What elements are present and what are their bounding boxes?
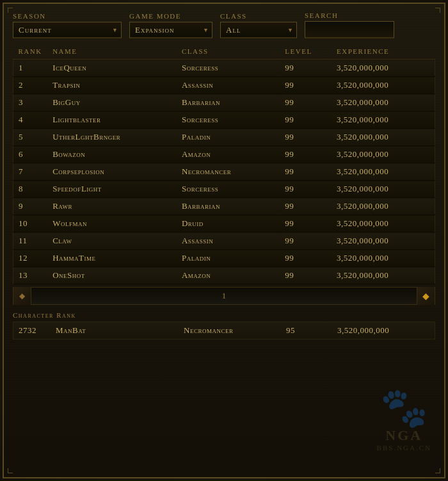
cell-level: 99 — [280, 163, 332, 181]
cell-level: 99 — [280, 250, 332, 267]
cell-level: 99 — [280, 267, 332, 284]
cell-class: Paladin — [177, 250, 280, 267]
cell-experience: 3,520,000,000 — [332, 250, 435, 267]
page-indicator: 1 — [222, 291, 227, 301]
cell-name: Rawr — [47, 198, 177, 215]
season-filter-group: Season Current Season 1 Season 2 Non-Sea… — [13, 12, 122, 38]
cell-experience: 3,520,000,000 — [332, 146, 435, 163]
cell-name: Trapsin — [47, 77, 177, 94]
cell-class: Assassin — [177, 77, 280, 94]
mode-select[interactable]: Expansion Classic Hardcore — [129, 22, 212, 38]
cell-class: Barbarian — [177, 198, 280, 215]
char-rank-section: Character Rank 2732 ManBat Necromancer 9… — [13, 311, 435, 339]
cell-rank: 11 — [13, 232, 48, 250]
cell-rank: 8 — [13, 181, 48, 198]
scroll-left-button[interactable]: ◆ — [13, 287, 31, 305]
table-row[interactable]: 12 HammaTime Paladin 99 3,520,000,000 — [13, 250, 435, 267]
cell-class: Amazon — [177, 267, 280, 284]
scrollbar-area: ◆ 1 ◆ — [13, 287, 435, 305]
char-rank-experience: 3,520,000,000 — [337, 325, 429, 336]
mode-filter-group: Game Mode Expansion Classic Hardcore — [129, 12, 212, 38]
cell-name: Claw — [47, 232, 177, 250]
search-input[interactable] — [305, 21, 394, 38]
cell-rank: 6 — [13, 146, 48, 163]
cell-level: 99 — [280, 77, 332, 94]
cell-name: SpeedofLight — [47, 181, 177, 198]
header-level: Level — [280, 45, 332, 60]
char-rank-label: Character Rank — [13, 311, 435, 319]
cell-class: Paladin — [177, 129, 280, 146]
cell-level: 99 — [280, 181, 332, 198]
table-row[interactable]: 6 Bowazon Amazon 99 3,520,000,000 — [13, 146, 435, 163]
cell-experience: 3,520,000,000 — [332, 60, 435, 77]
table-row[interactable]: 5 UtherLghtBrnger Paladin 99 3,520,000,0… — [13, 129, 435, 146]
table-header-row: Rank Name Class Level Experience — [13, 45, 435, 60]
main-container: Season Current Season 1 Season 2 Non-Sea… — [4, 4, 444, 477]
cell-name: OneShot — [47, 267, 177, 284]
header-rank: Rank — [13, 45, 48, 60]
class-select-wrapper: All Sorceress Assassin Barbarian Paladin… — [220, 22, 297, 38]
season-select-wrapper: Current Season 1 Season 2 Non-Season — [13, 22, 122, 38]
cell-level: 99 — [280, 198, 332, 215]
cell-rank: 9 — [13, 198, 48, 215]
table-row[interactable]: 2 Trapsin Assassin 99 3,520,000,000 — [13, 77, 435, 94]
scroll-left-icon: ◆ — [19, 291, 25, 301]
cell-name: Bowazon — [47, 146, 177, 163]
cell-name: BigGuy — [47, 94, 177, 111]
cell-experience: 3,520,000,000 — [332, 94, 435, 111]
cell-experience: 3,520,000,000 — [332, 267, 435, 284]
table-row[interactable]: 13 OneShot Amazon 99 3,520,000,000 — [13, 267, 435, 284]
scroll-track[interactable]: 1 — [31, 291, 417, 301]
header-class: Class — [177, 45, 280, 60]
season-label: Season — [13, 12, 122, 20]
cell-name: Lightblaster — [47, 111, 177, 129]
cell-experience: 3,520,000,000 — [332, 198, 435, 215]
leaderboard-table: Rank Name Class Level Experience 1 IceQu… — [13, 45, 435, 284]
cell-level: 99 — [280, 111, 332, 129]
scroll-right-button[interactable]: ◆ — [417, 287, 435, 305]
cell-rank: 10 — [13, 215, 48, 232]
cell-experience: 3,520,000,000 — [332, 111, 435, 129]
header-experience: Experience — [332, 45, 435, 60]
table-row[interactable]: 11 Claw Assassin 99 3,520,000,000 — [13, 232, 435, 250]
class-select[interactable]: All Sorceress Assassin Barbarian Paladin… — [220, 22, 297, 38]
cell-experience: 3,520,000,000 — [332, 77, 435, 94]
char-rank-row: 2732 ManBat Necromancer 95 3,520,000,000 — [13, 322, 435, 339]
cell-experience: 3,520,000,000 — [332, 232, 435, 250]
outer-border: Season Current Season 1 Season 2 Non-Sea… — [3, 3, 445, 478]
table-row[interactable]: 3 BigGuy Barbarian 99 3,520,000,000 — [13, 94, 435, 111]
cell-rank: 5 — [13, 129, 48, 146]
cell-name: Wolfman — [47, 215, 177, 232]
table-row[interactable]: 9 Rawr Barbarian 99 3,520,000,000 — [13, 198, 435, 215]
search-group: Search — [305, 12, 435, 38]
table-row[interactable]: 7 Corpseplosion Necromancer 99 3,520,000… — [13, 163, 435, 181]
cell-name: HammaTime — [47, 250, 177, 267]
mode-select-wrapper: Expansion Classic Hardcore — [129, 22, 212, 38]
cell-rank: 1 — [13, 60, 48, 77]
char-rank-class: Necromancer — [184, 325, 286, 336]
season-select[interactable]: Current Season 1 Season 2 Non-Season — [13, 22, 122, 38]
cell-rank: 4 — [13, 111, 48, 129]
char-rank-level: 95 — [286, 325, 337, 336]
cell-name: UtherLghtBrnger — [47, 129, 177, 146]
cell-rank: 2 — [13, 77, 48, 94]
class-filter-group: Class All Sorceress Assassin Barbarian P… — [220, 12, 297, 38]
filters-row: Season Current Season 1 Season 2 Non-Sea… — [13, 12, 435, 38]
cell-name: IceQueen — [47, 60, 177, 77]
cell-class: Necromancer — [177, 163, 280, 181]
table-row[interactable]: 1 IceQueen Sorceress 99 3,520,000,000 — [13, 60, 435, 77]
table-row[interactable]: 4 Lightblaster Sorceress 99 3,520,000,00… — [13, 111, 435, 129]
cell-experience: 3,520,000,000 — [332, 163, 435, 181]
cell-rank: 13 — [13, 267, 48, 284]
header-name: Name — [47, 45, 177, 60]
search-label: Search — [305, 12, 435, 19]
cell-level: 99 — [280, 94, 332, 111]
cell-class: Sorceress — [177, 111, 280, 129]
table-row[interactable]: 10 Wolfman Druid 99 3,520,000,000 — [13, 215, 435, 232]
cell-level: 99 — [280, 215, 332, 232]
table-row[interactable]: 8 SpeedofLight Sorceress 99 3,520,000,00… — [13, 181, 435, 198]
cell-name: Corpseplosion — [47, 163, 177, 181]
cell-level: 99 — [280, 146, 332, 163]
cell-class: Barbarian — [177, 94, 280, 111]
cell-rank: 7 — [13, 163, 48, 181]
